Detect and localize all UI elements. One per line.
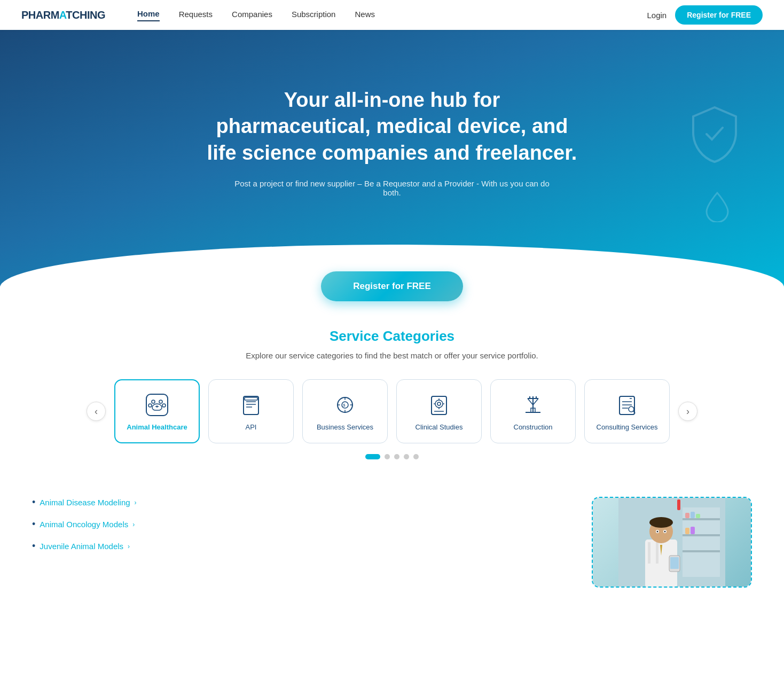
nav-requests[interactable]: Requests — [179, 10, 213, 21]
api-icon — [238, 392, 264, 418]
svg-point-4 — [162, 404, 166, 407]
svg-rect-50 — [656, 542, 658, 564]
navbar: PHARMATCHING Home Requests Companies Sub… — [0, 0, 784, 30]
arrow-icon-2: › — [132, 521, 135, 528]
svg-rect-46 — [685, 528, 689, 534]
category-consulting-services[interactable]: Consulting Services — [584, 379, 670, 443]
construction-icon — [520, 392, 546, 418]
carousel-dot-1[interactable] — [365, 454, 380, 459]
arrow-icon-1: › — [135, 499, 137, 506]
sub-list-item-2[interactable]: Animal Oncology Models › — [32, 519, 291, 530]
category-construction[interactable]: Construction — [490, 379, 576, 443]
svg-rect-7 — [244, 396, 258, 415]
svg-point-2 — [159, 400, 162, 403]
svg-point-55 — [657, 531, 658, 533]
svg-rect-58 — [670, 557, 679, 569]
carousel-dot-3[interactable] — [394, 454, 399, 459]
category-clinical-studies-label: Clinical Studies — [415, 423, 463, 431]
category-clinical-studies[interactable]: Clinical Studies — [396, 379, 482, 443]
clinical-icon — [426, 392, 452, 418]
nav-links: Home Requests Companies Subscription New… — [137, 9, 647, 21]
svg-rect-43 — [685, 513, 689, 518]
carousel-dot-5[interactable] — [413, 454, 419, 459]
category-animal-healthcare[interactable]: Animal Healthcare — [114, 379, 200, 443]
svg-rect-40 — [683, 518, 720, 520]
service-section: Service Categories Explore our service c… — [0, 301, 784, 481]
svg-point-3 — [148, 404, 152, 407]
section-subtitle: Explore our service categories to find t… — [21, 351, 763, 360]
svg-point-17 — [437, 402, 441, 405]
svg-rect-44 — [691, 512, 695, 518]
svg-rect-59 — [677, 499, 680, 510]
category-api-label: API — [246, 423, 257, 431]
svg-text:$: $ — [343, 403, 346, 408]
consulting-icon — [614, 392, 640, 418]
nav-companies[interactable]: Companies — [232, 10, 272, 21]
category-construction-label: Construction — [514, 423, 553, 431]
svg-rect-41 — [683, 534, 720, 536]
svg-line-26 — [533, 398, 538, 405]
svg-rect-49 — [648, 542, 650, 564]
svg-point-52 — [649, 517, 673, 528]
nav-subscription[interactable]: Subscription — [292, 10, 336, 21]
sub-list-item-2-label: Animal Oncology Models — [40, 520, 128, 529]
shield-icon — [688, 105, 741, 174]
hero-title: Your all-in-one hub for pharmaceutical, … — [205, 87, 579, 166]
carousel-dot-4[interactable] — [404, 454, 409, 459]
section-title: Service Categories — [21, 328, 763, 345]
carousel-dots — [21, 454, 763, 459]
register-nav-button[interactable]: Register for FREE — [675, 5, 763, 25]
hero-subtitle: Post a project or find new supplier – Be… — [232, 179, 552, 197]
svg-rect-47 — [691, 527, 695, 534]
carousel-prev-button[interactable]: ‹ — [87, 402, 106, 421]
sub-category-list: Animal Disease Modeling › Animal Oncolog… — [32, 497, 291, 562]
svg-point-16 — [435, 400, 443, 408]
category-animal-healthcare-label: Animal Healthcare — [127, 423, 187, 431]
svg-rect-45 — [696, 514, 700, 518]
paw-icon — [144, 392, 170, 418]
business-icon: $ — [332, 392, 358, 418]
svg-point-56 — [664, 531, 666, 533]
featured-image-card — [592, 497, 752, 588]
logo[interactable]: PHARMATCHING — [21, 9, 105, 21]
carousel-next-button[interactable]: › — [678, 402, 697, 421]
svg-rect-11 — [245, 397, 257, 400]
drop-icon — [704, 190, 731, 229]
category-business-services[interactable]: $ Business Services — [302, 379, 388, 443]
svg-line-25 — [528, 398, 533, 405]
logo-text: PHARMATCHING — [21, 9, 105, 21]
lab-person-illustration — [618, 498, 725, 587]
sub-list-item-1-label: Animal Disease Modeling — [40, 498, 130, 507]
sub-list-item-3[interactable]: Juvenile Animal Models › — [32, 541, 291, 552]
login-link[interactable]: Login — [647, 11, 667, 20]
hero-section: Your all-in-one hub for pharmaceutical, … — [0, 30, 784, 286]
register-hero-button[interactable]: Register for FREE — [321, 271, 462, 301]
category-api[interactable]: API — [208, 379, 294, 443]
lower-section: Animal Disease Modeling › Animal Oncolog… — [0, 481, 784, 604]
category-consulting-services-label: Consulting Services — [597, 423, 658, 431]
sub-list-item-3-label: Juvenile Animal Models — [40, 542, 123, 551]
carousel-wrapper: ‹ Animal Healthcare — [21, 379, 763, 443]
svg-rect-42 — [683, 550, 720, 552]
svg-point-1 — [152, 400, 155, 403]
svg-rect-0 — [146, 394, 168, 416]
sub-list-item-1[interactable]: Animal Disease Modeling › — [32, 497, 291, 508]
nav-right: Login Register for FREE — [647, 5, 763, 25]
carousel-dot-2[interactable] — [385, 454, 390, 459]
category-business-services-label: Business Services — [317, 423, 373, 431]
featured-image-placeholder — [593, 498, 751, 587]
nav-home[interactable]: Home — [137, 9, 160, 21]
categories-row: Animal Healthcare API $ — [106, 379, 678, 443]
nav-news[interactable]: News — [355, 10, 375, 21]
register-section: Register for FREE — [0, 271, 784, 301]
arrow-icon-3: › — [128, 543, 130, 550]
